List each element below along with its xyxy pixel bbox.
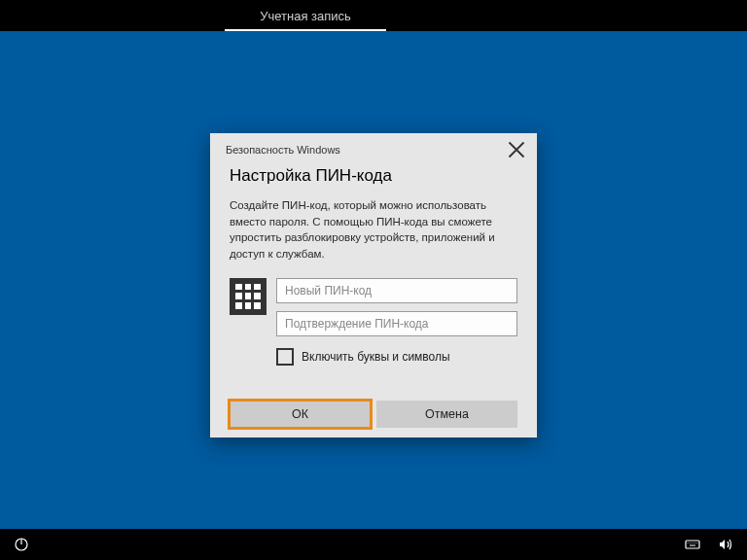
bottombar — [0, 529, 747, 560]
close-icon[interactable] — [508, 141, 525, 158]
new-pin-input[interactable] — [276, 278, 517, 303]
keyboard-icon[interactable] — [685, 537, 700, 552]
svg-rect-1 — [686, 541, 699, 548]
checkbox-label: Включить буквы и символы — [302, 350, 450, 364]
checkbox-row: Включить буквы и символы — [276, 348, 517, 366]
dialog-description: Создайте ПИН-код, который можно использо… — [230, 197, 517, 262]
dialog-buttons: ОК Отмена — [210, 401, 537, 438]
bottombar-left — [14, 537, 29, 552]
volume-icon[interactable] — [718, 537, 733, 552]
ok-button[interactable]: ОК — [230, 401, 371, 428]
pin-setup-dialog: Безопасность Windows Настройка ПИН-кода … — [210, 133, 537, 438]
keypad-icon — [230, 278, 267, 315]
dialog-title: Настройка ПИН-кода — [230, 166, 517, 186]
dialog-header: Безопасность Windows — [210, 133, 537, 162]
tab-spacer — [386, 0, 522, 31]
topbar: Учетная запись — [0, 0, 747, 31]
cancel-button[interactable]: Отмена — [376, 401, 517, 428]
dialog-body: Настройка ПИН-кода Создайте ПИН-код, кот… — [210, 162, 537, 401]
power-icon[interactable] — [14, 537, 29, 552]
pin-inputs-group — [276, 278, 517, 336]
tab-account[interactable]: Учетная запись — [225, 0, 386, 31]
pin-input-row — [230, 278, 517, 336]
include-letters-checkbox[interactable] — [276, 348, 294, 366]
dialog-window-title: Безопасность Windows — [226, 144, 340, 156]
confirm-pin-input[interactable] — [276, 311, 517, 336]
bottombar-right — [685, 537, 733, 552]
